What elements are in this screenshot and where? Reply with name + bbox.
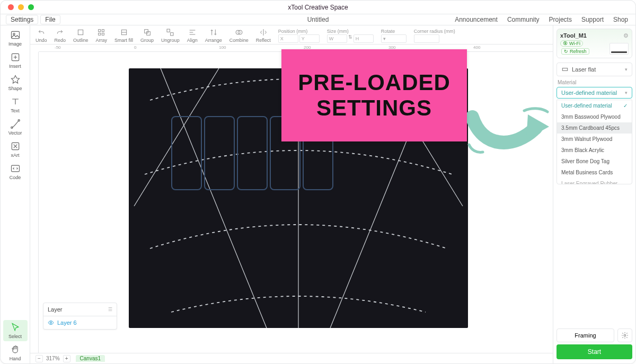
image-icon xyxy=(10,30,21,40)
size-w-input[interactable]: W xyxy=(327,34,347,43)
device-settings-icon[interactable]: ⚙ xyxy=(623,32,629,39)
gear-icon xyxy=(621,332,629,339)
btn-arrange[interactable]: Arrange xyxy=(205,28,222,43)
svg-line-20 xyxy=(161,68,267,328)
btn-combine[interactable]: Combine xyxy=(229,28,249,43)
btn-outline[interactable]: Outline xyxy=(73,28,89,43)
svg-rect-10 xyxy=(99,33,101,35)
tool-xart[interactable]: xArt xyxy=(3,139,28,160)
tool-insert[interactable]: Insert xyxy=(3,50,28,71)
window-controls xyxy=(1,4,34,10)
toolbar: Undo Redo Outline Array Smart fill Group… xyxy=(30,25,553,45)
titlebar: xTool Creative Space xyxy=(1,1,635,14)
material-option[interactable]: Silver Bone Dog Tag xyxy=(557,156,632,167)
zoom-out-button[interactable]: − xyxy=(36,355,43,362)
material-option[interactable]: 3mm Basswood Plywood xyxy=(557,111,632,122)
right-panel: ⚙ xTool_M1 ⦿ Wi-Fi ↻ Refresh Laser flat … xyxy=(553,25,635,363)
tool-select-label: Select xyxy=(8,334,22,339)
canvas-tab[interactable]: Canvas1 xyxy=(76,355,105,362)
btn-reflect[interactable]: Reflect xyxy=(256,28,271,43)
svg-rect-16 xyxy=(171,33,173,35)
vector-icon xyxy=(10,119,21,129)
size-h-input[interactable]: H xyxy=(354,34,374,43)
tool-select[interactable]: Select xyxy=(3,320,28,341)
svg-point-26 xyxy=(624,334,626,336)
btn-smartfill[interactable]: Smart fill xyxy=(114,28,133,43)
layer-panel-menu-icon[interactable]: ☰ xyxy=(108,307,112,312)
pos-x-input[interactable]: X xyxy=(278,34,298,43)
material-option[interactable]: Metal Business Cards xyxy=(557,167,632,178)
tool-shape[interactable]: Shape xyxy=(3,72,28,93)
maximize-window-button[interactable] xyxy=(28,4,34,10)
tool-shape-label: Shape xyxy=(8,86,22,91)
ungroup-icon xyxy=(166,28,174,37)
nav-shop[interactable]: Shop xyxy=(613,16,628,23)
app-window: xTool Creative Space Settings File Untit… xyxy=(0,0,636,364)
material-option[interactable]: Laser Engraved Rubber M... xyxy=(557,178,632,184)
tool-text-label: Text xyxy=(11,108,20,113)
lock-aspect-icon[interactable]: ⇅ xyxy=(348,34,352,43)
material-option[interactable]: 3.5mm Cardboard 45pcs xyxy=(557,122,632,134)
shape-icon xyxy=(10,74,21,85)
nav-projects[interactable]: Projects xyxy=(549,16,572,23)
menubar: Settings File Untitled Announcement Comm… xyxy=(1,14,635,25)
ruler-vertical xyxy=(30,52,39,353)
tool-hand[interactable]: Hand xyxy=(3,342,28,363)
framing-button[interactable]: Framing xyxy=(556,329,614,342)
job-settings-button[interactable] xyxy=(617,329,632,342)
menu-file[interactable]: File xyxy=(40,15,60,24)
btn-redo[interactable]: Redo xyxy=(55,28,66,43)
annotation-arrow xyxy=(467,101,552,165)
tool-image[interactable]: Image xyxy=(3,28,28,49)
corner-input[interactable] xyxy=(414,34,439,43)
svg-rect-7 xyxy=(78,30,83,34)
zoom-controls: − 317% + xyxy=(36,355,70,362)
tool-vector[interactable]: Vector xyxy=(3,117,28,138)
svg-rect-13 xyxy=(144,30,148,33)
btn-group[interactable]: Group xyxy=(140,28,154,43)
minimize-window-button[interactable] xyxy=(18,4,24,10)
array-icon xyxy=(97,28,105,37)
tool-insert-label: Insert xyxy=(9,64,21,69)
btn-align[interactable]: Align xyxy=(187,28,198,43)
app-title: xTool Creative Space xyxy=(288,4,348,11)
material-option[interactable]: 3mm Walnut Plywood xyxy=(557,134,632,145)
rotate-input[interactable]: ▾ xyxy=(381,34,407,43)
nav-announcement[interactable]: Announcement xyxy=(455,16,498,23)
svg-rect-15 xyxy=(167,29,170,32)
nav-support[interactable]: Support xyxy=(581,16,604,23)
corner-field: Corner radius (mm) xyxy=(414,29,455,43)
btn-array[interactable]: Array xyxy=(96,28,108,43)
material-option[interactable]: 3mm Black Acrylic xyxy=(557,145,632,156)
material-option[interactable]: User-defined material ✓ xyxy=(557,100,632,111)
select-icon xyxy=(10,322,21,333)
btn-undo[interactable]: Undo xyxy=(36,28,47,43)
material-dropdown: User-defined material ✓ 3mm Basswood Ply… xyxy=(556,100,632,184)
material-select[interactable]: User-defined material ▾ xyxy=(556,87,632,99)
btn-ungroup[interactable]: Ungroup xyxy=(161,28,180,43)
mode-select[interactable]: Laser flat ▾ xyxy=(556,63,632,76)
device-card[interactable]: ⚙ xTool_M1 ⦿ Wi-Fi ↻ Refresh xyxy=(556,29,632,58)
code-icon xyxy=(10,163,21,174)
zoom-in-button[interactable]: + xyxy=(63,355,70,362)
text-icon xyxy=(10,96,21,107)
menu-settings[interactable]: Settings xyxy=(6,15,38,24)
svg-rect-9 xyxy=(102,30,104,32)
refresh-button[interactable]: ↻ Refresh xyxy=(561,48,589,55)
tool-text[interactable]: Text xyxy=(3,94,28,116)
close-window-button[interactable] xyxy=(8,4,14,10)
redo-icon xyxy=(56,28,64,37)
combine-icon xyxy=(235,28,243,37)
device-name: xTool_M1 xyxy=(560,32,629,39)
xart-icon xyxy=(10,141,21,152)
start-button[interactable]: Start xyxy=(556,344,632,359)
layer-panel[interactable]: Layer ☰ Layer 6 xyxy=(43,303,117,330)
svg-rect-8 xyxy=(99,30,101,32)
eye-icon[interactable] xyxy=(48,319,54,326)
layer-name: Layer 6 xyxy=(57,319,77,326)
pos-y-input[interactable]: Y xyxy=(299,34,320,43)
nav-community[interactable]: Community xyxy=(507,16,540,23)
tool-code[interactable]: Code xyxy=(3,161,28,182)
layer-row[interactable]: Layer 6 xyxy=(43,316,117,329)
check-icon: ✓ xyxy=(623,103,628,109)
